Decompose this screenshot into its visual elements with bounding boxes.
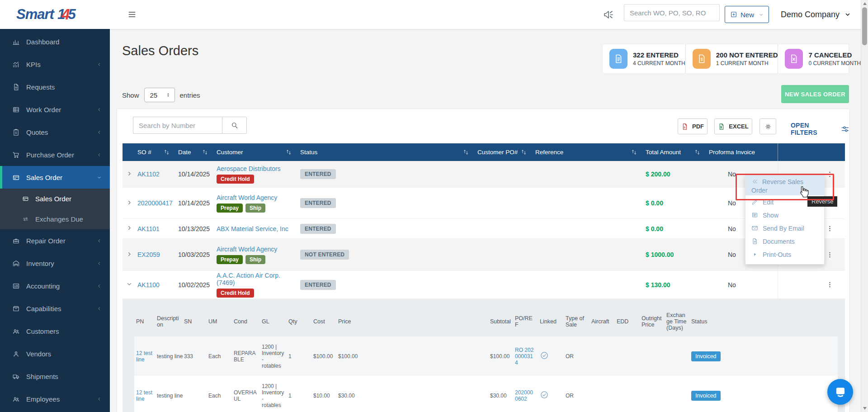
sidebar-subitem-exchanges-due[interactable]: Exchanges Due <box>0 209 110 229</box>
app-logo[interactable]: Smart145 <box>0 0 110 29</box>
hamburger-menu-icon[interactable] <box>127 10 137 19</box>
customer-link[interactable]: Aircraft World Agency <box>217 246 277 253</box>
export-pdf-button[interactable]: PDF <box>678 118 708 134</box>
stat-item: $200 NOT ENTERED1 CURRENT MONTH <box>685 44 778 73</box>
so-number-link[interactable]: EX2059 <box>137 251 160 258</box>
context-menu-item-send-by-email[interactable]: Send By Email <box>745 222 824 235</box>
column-header-customer-po-[interactable]: Customer PO# <box>474 143 532 161</box>
context-menu-item-documents[interactable]: Documents <box>745 235 824 248</box>
column-header-so-[interactable]: SO # <box>134 143 175 161</box>
sidebar-item-requests[interactable]: Requests <box>0 76 110 98</box>
chat-launcher-button[interactable] <box>827 379 853 405</box>
scrollbar-down-arrow-icon[interactable] <box>863 407 867 410</box>
context-menu-item-show[interactable]: Show <box>745 208 824 222</box>
sidebar-item-kpis[interactable]: KPIs <box>0 53 110 76</box>
sidebar-item-sales-order[interactable]: Sales Order <box>0 166 110 189</box>
so-number-link[interactable]: AK1101 <box>137 225 160 232</box>
table-settings-button[interactable] <box>760 118 776 134</box>
subtable-column-header-type-of-sale: Type of Sale <box>564 313 590 331</box>
line-aircraft <box>590 393 615 398</box>
announcements-megaphone-icon[interactable] <box>603 9 613 20</box>
scrollbar-thumb[interactable] <box>862 7 867 45</box>
quotes-icon: $ <box>12 128 20 136</box>
sidebar-item-repair-order[interactable]: Repair Order <box>0 229 110 252</box>
open-filters-button[interactable]: OPEN FILTERS <box>791 122 849 136</box>
row-kebab-menu-icon[interactable] <box>826 170 834 178</box>
chevron-left-icon <box>97 284 102 289</box>
customer-link[interactable]: Aerospace Distributors <box>217 165 281 172</box>
sidebar-subitem-sales-order[interactable]: Sales Order <box>0 189 110 209</box>
page-size-select[interactable]: 25 <box>144 88 175 102</box>
sidebar-item-customers[interactable]: Customers <box>0 320 110 342</box>
column-header-total-amount[interactable]: Total Amount <box>642 143 705 161</box>
sidebar-item-work-order[interactable]: Work Order <box>0 98 110 121</box>
so-number-link[interactable]: AK1100 <box>137 281 160 289</box>
new-sales-order-button[interactable]: NEW SALES ORDER <box>781 85 849 103</box>
scrollbar-up-arrow-icon[interactable] <box>863 2 867 5</box>
kpis-icon <box>12 61 20 68</box>
export-excel-button[interactable]: EXCEL <box>714 118 752 134</box>
row-kebab-menu-icon[interactable] <box>826 281 834 289</box>
expand-row-icon[interactable] <box>126 199 132 206</box>
logo-text: Smart <box>16 6 54 23</box>
row-kebab-menu-icon[interactable] <box>826 225 834 232</box>
company-switcher[interactable]: Demo Company <box>781 0 851 29</box>
subtable-column-header-um: UM <box>207 316 232 327</box>
customer-link[interactable]: ABX Material Service, Inc <box>217 225 288 232</box>
column-header-status[interactable]: Status <box>297 143 474 161</box>
stat-item: 7 CANCELED0 CURRENT MONTH <box>778 44 861 73</box>
repair-order-icon <box>12 237 20 245</box>
sidebar-item-capabilities[interactable]: Capabilities <box>0 297 110 320</box>
sidebar-item-dashboard[interactable]: Dashboard <box>0 30 110 53</box>
chevron-left-icon <box>97 130 102 135</box>
sidebar-item-accounting[interactable]: $Accounting <box>0 275 110 297</box>
page-title: Sales Orders <box>122 43 198 58</box>
context-menu-item-print-outs[interactable]: Print-Outs <box>745 248 824 261</box>
status-badge: ENTERED <box>300 280 336 290</box>
expanded-row-detail: PNDescriptionSNUMCondGLQtyCostPriceSubto… <box>123 299 845 412</box>
svg-text:$: $ <box>14 284 16 287</box>
customer-link[interactable]: Aircraft World Agency <box>217 194 277 201</box>
column-header-customer[interactable]: Customer <box>213 143 297 161</box>
line-type-of-sale: OR <box>564 390 590 402</box>
customer-flag-badge: Credit Hold <box>217 289 254 298</box>
so-number-link[interactable]: 2020000417 <box>137 199 173 207</box>
line-gl: 1200 | Inventory - rotables <box>260 341 287 372</box>
sort-icon <box>462 149 469 156</box>
global-search-input[interactable] <box>624 4 720 21</box>
row-kebab-menu-icon[interactable] <box>826 251 834 259</box>
part-number-link[interactable]: 12 test line <box>136 389 152 402</box>
vertical-scrollbar[interactable] <box>861 0 868 412</box>
so-number-link[interactable]: AK1102 <box>137 170 160 178</box>
new-button[interactable]: New <box>725 6 769 23</box>
po-ref-link[interactable]: RO 2020000314 <box>515 347 533 366</box>
sidebar-item-purchase-order[interactable]: Purchase Order <box>0 143 110 166</box>
stat-label: 7 CANCELED <box>808 51 861 59</box>
column-header-proforma-invoice[interactable]: Proforma Invoice <box>705 143 778 161</box>
sidebar-item-vendors[interactable]: Vendors <box>0 342 110 365</box>
sidebar-item-inventory[interactable]: Inventory <box>0 252 110 275</box>
table-search-button[interactable] <box>222 117 247 134</box>
expand-row-icon[interactable] <box>126 251 132 257</box>
table-search-input[interactable] <box>133 117 222 134</box>
line-status-badge: Invoiced <box>691 391 721 401</box>
context-menu-item-reverse-sales-order[interactable]: Reverse Sales Order <box>745 175 824 195</box>
column-header-reference[interactable]: Reference <box>532 143 642 161</box>
order-date: 10/13/2025 <box>175 225 213 232</box>
collapse-row-icon[interactable] <box>126 281 132 287</box>
vendors-icon <box>12 350 20 358</box>
part-number-link[interactable]: 12 test line <box>136 350 152 363</box>
expand-row-icon[interactable] <box>126 170 132 177</box>
sort-icon <box>694 149 701 156</box>
table-row: AK110110/13/2025ABX Material Service, In… <box>123 219 845 239</box>
sidebar-item-shipments[interactable]: Shipments <box>0 365 110 388</box>
sidebar-item-employees[interactable]: Employees <box>0 388 110 410</box>
customer-link[interactable]: A.A.C. Action Air Corp. (7469) <box>217 272 280 286</box>
subtable-column-header-qty: Qty <box>287 316 311 327</box>
subtable-row: 12 test linetesting line333EachREPARABLE… <box>134 336 838 376</box>
sidebar-item-quotes[interactable]: $Quotes <box>0 121 110 143</box>
expand-row-icon[interactable] <box>126 225 132 231</box>
po-ref-link[interactable]: 2020000602 <box>515 389 533 402</box>
line-edd <box>615 393 640 398</box>
column-header-date[interactable]: Date <box>175 143 213 161</box>
